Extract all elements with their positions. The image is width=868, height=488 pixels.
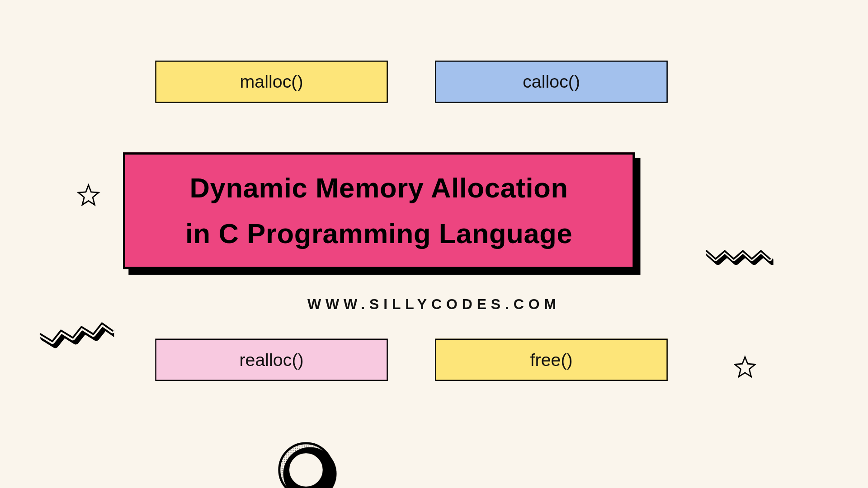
box-calloc: calloc() xyxy=(435,61,667,103)
star-icon xyxy=(732,355,758,380)
circle-icon xyxy=(273,436,340,488)
box-free: free() xyxy=(435,338,667,381)
site-url: WWW.SILLYCODES.COM xyxy=(0,296,868,313)
svg-point-3 xyxy=(288,452,324,488)
box-malloc-label: malloc() xyxy=(240,71,303,92)
title-line-1: Dynamic Memory Allocation xyxy=(190,172,568,204)
box-calloc-label: calloc() xyxy=(523,71,580,92)
box-free-label: free() xyxy=(530,349,573,370)
star-icon xyxy=(75,183,101,209)
title-box: Dynamic Memory Allocation in C Programmi… xyxy=(123,152,635,269)
title-line-2: in C Programming Language xyxy=(185,217,572,249)
box-malloc: malloc() xyxy=(155,61,387,103)
box-realloc-label: realloc() xyxy=(239,349,303,370)
box-realloc: realloc() xyxy=(155,338,387,381)
zigzag-icon xyxy=(39,320,114,352)
zigzag-icon xyxy=(706,244,774,267)
